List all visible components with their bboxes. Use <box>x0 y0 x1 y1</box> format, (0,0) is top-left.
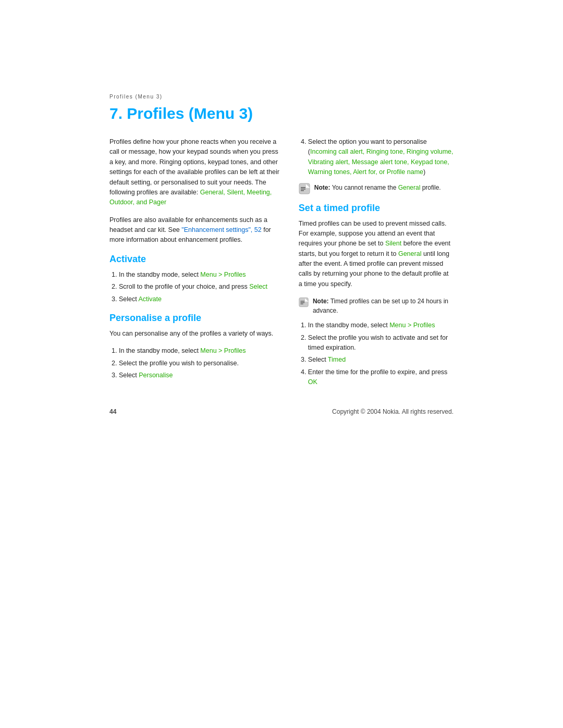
timed-intro: Timed profiles can be used to prevent mi… <box>299 219 454 290</box>
note-icon-2 <box>299 297 309 308</box>
note-box-1: Note: You cannot rename the General prof… <box>299 183 454 194</box>
general-profile-ref: General <box>398 184 421 191</box>
note-box-2: Note: Timed profiles can be set up to 24… <box>299 297 454 315</box>
svg-rect-2 <box>301 189 305 190</box>
timed-heading: Set a timed profile <box>299 203 454 214</box>
page-title: 7. Profiles (Menu 3) <box>109 105 454 122</box>
personalise-step-3: Select Personalise <box>119 371 280 380</box>
left-column: Profiles define how your phone reacts wh… <box>109 137 280 392</box>
svg-rect-9 <box>300 304 303 304</box>
personalise-intro: You can personalise any of the profiles … <box>109 329 280 339</box>
right-step-4: Select the option you want to personalis… <box>308 137 454 178</box>
general-ref: General <box>398 250 421 257</box>
right-steps-list: Select the option you want to personalis… <box>299 137 454 178</box>
intro-paragraph: Profiles define how your phone reacts wh… <box>109 137 280 208</box>
activate-step-3: Select Activate <box>119 294 280 304</box>
personalise-step-1: In the standby mode, select Menu > Profi… <box>119 346 280 356</box>
activate-step-1: In the standby mode, select Menu > In th… <box>119 270 280 280</box>
personalise-heading: Personalise a profile <box>109 313 280 324</box>
timed-step-1: In the standby mode, select Menu > Profi… <box>308 320 454 330</box>
note-icon-1 <box>299 183 310 194</box>
note-text-1: Note: You cannot rename the General prof… <box>314 183 441 192</box>
svg-rect-1 <box>301 187 305 188</box>
activate-step-2: Scroll to the profile of your choice, an… <box>119 282 280 292</box>
options-list: Incoming call alert, Ringing tone, Ringi… <box>308 148 454 176</box>
personalise-steps-list: In the standby mode, select Menu > Profi… <box>109 346 280 380</box>
svg-rect-8 <box>300 302 304 303</box>
right-column: Select the option you want to personalis… <box>299 137 454 392</box>
silent-ref: Silent <box>385 240 401 247</box>
note-text-2: Note: Timed profiles can be set up to 24… <box>313 297 454 315</box>
two-column-layout: Profiles define how your phone reacts wh… <box>109 137 454 392</box>
personalise-step-2: Select the profile you wish to personali… <box>119 359 280 368</box>
activate-heading: Activate <box>109 254 280 265</box>
timed-step-2: Select the profile you wish to activate … <box>308 333 454 353</box>
svg-rect-3 <box>301 190 304 191</box>
activate-steps-list: In the standby mode, select Menu > In th… <box>109 270 280 304</box>
page-container: Profiles (Menu 3) 7. Profiles (Menu 3) P… <box>78 0 485 447</box>
breadcrumb: Profiles (Menu 3) <box>109 94 454 100</box>
footer-copyright: Copyright © 2004 Nokia. All rights reser… <box>332 408 454 415</box>
footer: 44 Copyright © 2004 Nokia. All rights re… <box>109 408 454 415</box>
enhancement-link[interactable]: "Enhancement settings", 52 <box>181 226 261 233</box>
timed-step-3: Select Timed <box>308 355 454 365</box>
enhancements-paragraph: Profiles are also available for enhancem… <box>109 215 280 245</box>
page-number: 44 <box>109 408 116 415</box>
timed-steps-list: In the standby mode, select Menu > Profi… <box>299 320 454 387</box>
svg-rect-7 <box>300 301 304 302</box>
timed-step-4: Enter the time for the profile to expire… <box>308 367 454 388</box>
